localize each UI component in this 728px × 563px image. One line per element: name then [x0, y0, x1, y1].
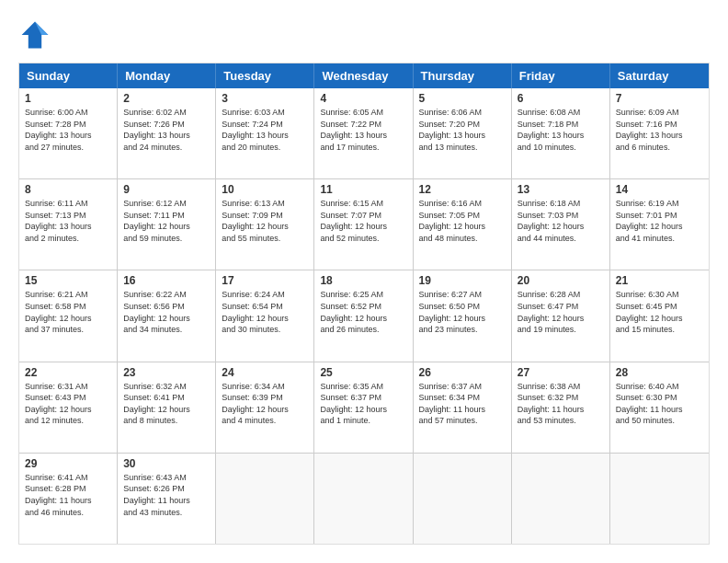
calendar-row-2: 15Sunrise: 6:21 AM Sunset: 6:58 PM Dayli…	[19, 270, 709, 361]
day-cell-22: 22Sunrise: 6:31 AM Sunset: 6:43 PM Dayli…	[19, 362, 118, 453]
day-number: 8	[25, 183, 111, 196]
day-number: 25	[320, 366, 406, 379]
day-info: Sunrise: 6:00 AM Sunset: 7:28 PM Dayligh…	[25, 107, 111, 153]
day-number: 3	[222, 92, 308, 105]
day-info: Sunrise: 6:13 AM Sunset: 7:09 PM Dayligh…	[222, 198, 308, 244]
day-info: Sunrise: 6:41 AM Sunset: 6:28 PM Dayligh…	[25, 472, 111, 518]
day-info: Sunrise: 6:02 AM Sunset: 7:26 PM Dayligh…	[123, 107, 210, 153]
day-number: 23	[123, 366, 210, 379]
day-cell-27: 27Sunrise: 6:38 AM Sunset: 6:32 PM Dayli…	[512, 362, 610, 453]
day-cell-17: 17Sunrise: 6:24 AM Sunset: 6:54 PM Dayli…	[216, 270, 314, 361]
calendar-row-3: 22Sunrise: 6:31 AM Sunset: 6:43 PM Dayli…	[19, 362, 709, 453]
day-number: 17	[222, 274, 308, 287]
day-info: Sunrise: 6:21 AM Sunset: 6:58 PM Dayligh…	[25, 289, 111, 335]
header-day-tuesday: Tuesday	[216, 63, 314, 88]
day-cell-24: 24Sunrise: 6:34 AM Sunset: 6:39 PM Dayli…	[216, 362, 314, 453]
day-info: Sunrise: 6:03 AM Sunset: 7:24 PM Dayligh…	[222, 107, 308, 153]
day-number: 29	[25, 457, 111, 470]
day-number: 16	[123, 274, 210, 287]
day-info: Sunrise: 6:40 AM Sunset: 6:30 PM Dayligh…	[616, 381, 703, 427]
empty-cell	[610, 454, 709, 544]
calendar-row-1: 8Sunrise: 6:11 AM Sunset: 7:13 PM Daylig…	[19, 178, 709, 270]
calendar-page: SundayMondayTuesdayWednesdayThursdayFrid…	[0, 0, 728, 563]
calendar: SundayMondayTuesdayWednesdayThursdayFrid…	[18, 63, 710, 545]
day-number: 10	[222, 183, 308, 196]
day-info: Sunrise: 6:34 AM Sunset: 6:39 PM Dayligh…	[222, 381, 308, 427]
calendar-body: 1Sunrise: 6:00 AM Sunset: 7:28 PM Daylig…	[19, 88, 709, 544]
logo	[18, 18, 55, 52]
day-info: Sunrise: 6:35 AM Sunset: 6:37 PM Dayligh…	[320, 381, 406, 427]
day-number: 30	[123, 457, 210, 470]
day-info: Sunrise: 6:32 AM Sunset: 6:41 PM Dayligh…	[123, 381, 210, 427]
day-info: Sunrise: 6:18 AM Sunset: 7:03 PM Dayligh…	[518, 198, 604, 244]
calendar-row-0: 1Sunrise: 6:00 AM Sunset: 7:28 PM Daylig…	[19, 88, 709, 178]
day-number: 24	[222, 366, 308, 379]
day-cell-25: 25Sunrise: 6:35 AM Sunset: 6:37 PM Dayli…	[314, 362, 413, 453]
day-number: 11	[320, 183, 406, 196]
empty-cell	[216, 454, 314, 544]
day-info: Sunrise: 6:27 AM Sunset: 6:50 PM Dayligh…	[419, 289, 506, 335]
day-cell-21: 21Sunrise: 6:30 AM Sunset: 6:45 PM Dayli…	[610, 270, 709, 361]
day-number: 6	[518, 92, 604, 105]
day-info: Sunrise: 6:09 AM Sunset: 7:16 PM Dayligh…	[616, 107, 703, 153]
day-info: Sunrise: 6:25 AM Sunset: 6:52 PM Dayligh…	[320, 289, 406, 335]
header-day-sunday: Sunday	[19, 63, 118, 88]
day-number: 9	[123, 183, 210, 196]
day-info: Sunrise: 6:15 AM Sunset: 7:07 PM Dayligh…	[320, 198, 406, 244]
empty-cell	[314, 454, 413, 544]
day-number: 28	[616, 366, 703, 379]
day-number: 12	[419, 183, 506, 196]
day-cell-9: 9Sunrise: 6:12 AM Sunset: 7:11 PM Daylig…	[118, 179, 216, 270]
day-info: Sunrise: 6:05 AM Sunset: 7:22 PM Dayligh…	[320, 107, 406, 153]
day-info: Sunrise: 6:11 AM Sunset: 7:13 PM Dayligh…	[25, 198, 111, 244]
day-cell-20: 20Sunrise: 6:28 AM Sunset: 6:47 PM Dayli…	[512, 270, 610, 361]
day-cell-16: 16Sunrise: 6:22 AM Sunset: 6:56 PM Dayli…	[118, 270, 216, 361]
day-info: Sunrise: 6:28 AM Sunset: 6:47 PM Dayligh…	[518, 289, 604, 335]
day-info: Sunrise: 6:38 AM Sunset: 6:32 PM Dayligh…	[518, 381, 604, 427]
day-cell-14: 14Sunrise: 6:19 AM Sunset: 7:01 PM Dayli…	[610, 179, 709, 270]
day-number: 22	[25, 366, 111, 379]
day-number: 21	[616, 274, 703, 287]
day-number: 26	[419, 366, 506, 379]
day-cell-5: 5Sunrise: 6:06 AM Sunset: 7:20 PM Daylig…	[414, 88, 512, 178]
day-number: 1	[25, 92, 111, 105]
empty-cell	[512, 454, 610, 544]
day-info: Sunrise: 6:12 AM Sunset: 7:11 PM Dayligh…	[123, 198, 210, 244]
day-cell-26: 26Sunrise: 6:37 AM Sunset: 6:34 PM Dayli…	[414, 362, 512, 453]
empty-cell	[414, 454, 512, 544]
calendar-header: SundayMondayTuesdayWednesdayThursdayFrid…	[19, 63, 709, 88]
day-cell-8: 8Sunrise: 6:11 AM Sunset: 7:13 PM Daylig…	[19, 179, 118, 270]
day-cell-3: 3Sunrise: 6:03 AM Sunset: 7:24 PM Daylig…	[216, 88, 314, 178]
day-number: 4	[320, 92, 406, 105]
day-cell-7: 7Sunrise: 6:09 AM Sunset: 7:16 PM Daylig…	[610, 88, 709, 178]
day-cell-19: 19Sunrise: 6:27 AM Sunset: 6:50 PM Dayli…	[414, 270, 512, 361]
day-number: 20	[518, 274, 604, 287]
day-number: 18	[320, 274, 406, 287]
day-number: 27	[518, 366, 604, 379]
day-info: Sunrise: 6:31 AM Sunset: 6:43 PM Dayligh…	[25, 381, 111, 427]
day-number: 15	[25, 274, 111, 287]
day-info: Sunrise: 6:37 AM Sunset: 6:34 PM Dayligh…	[419, 381, 506, 427]
day-cell-28: 28Sunrise: 6:40 AM Sunset: 6:30 PM Dayli…	[610, 362, 709, 453]
header-day-thursday: Thursday	[414, 63, 512, 88]
day-info: Sunrise: 6:19 AM Sunset: 7:01 PM Dayligh…	[616, 198, 703, 244]
day-cell-1: 1Sunrise: 6:00 AM Sunset: 7:28 PM Daylig…	[19, 88, 118, 178]
header-day-monday: Monday	[118, 63, 216, 88]
day-cell-12: 12Sunrise: 6:16 AM Sunset: 7:05 PM Dayli…	[414, 179, 512, 270]
day-number: 19	[419, 274, 506, 287]
day-cell-4: 4Sunrise: 6:05 AM Sunset: 7:22 PM Daylig…	[314, 88, 413, 178]
day-cell-15: 15Sunrise: 6:21 AM Sunset: 6:58 PM Dayli…	[19, 270, 118, 361]
day-info: Sunrise: 6:30 AM Sunset: 6:45 PM Dayligh…	[616, 289, 703, 335]
page-header	[18, 18, 710, 52]
day-number: 2	[123, 92, 210, 105]
day-number: 13	[518, 183, 604, 196]
day-info: Sunrise: 6:43 AM Sunset: 6:26 PM Dayligh…	[123, 472, 210, 518]
day-number: 5	[419, 92, 506, 105]
day-cell-6: 6Sunrise: 6:08 AM Sunset: 7:18 PM Daylig…	[512, 88, 610, 178]
header-day-saturday: Saturday	[610, 63, 709, 88]
calendar-row-4: 29Sunrise: 6:41 AM Sunset: 6:28 PM Dayli…	[19, 453, 709, 544]
day-cell-11: 11Sunrise: 6:15 AM Sunset: 7:07 PM Dayli…	[314, 179, 413, 270]
day-info: Sunrise: 6:06 AM Sunset: 7:20 PM Dayligh…	[419, 107, 506, 153]
header-day-wednesday: Wednesday	[314, 63, 413, 88]
day-info: Sunrise: 6:16 AM Sunset: 7:05 PM Dayligh…	[419, 198, 506, 244]
